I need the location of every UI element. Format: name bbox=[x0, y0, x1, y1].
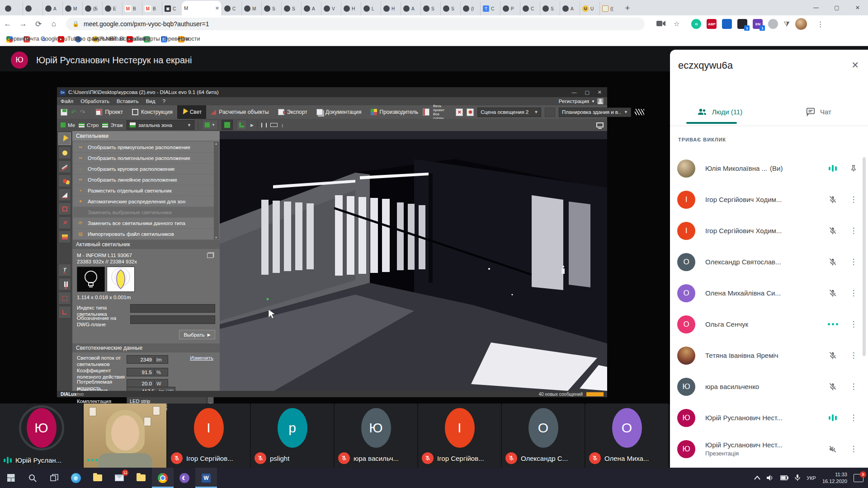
menu-replace-all[interactable]: ⟳Заменить все светильники данного типа bbox=[73, 218, 214, 228]
tab-chat[interactable]: Чат bbox=[769, 101, 868, 122]
browser-tab[interactable]: UU bbox=[580, 2, 599, 15]
menu-view[interactable]: Вид bbox=[146, 99, 156, 104]
bookmark-news[interactable]: ННовости bbox=[178, 36, 184, 42]
menu-poly-arrangement[interactable]: ▪▪Отобразить полигональное расположение bbox=[73, 153, 214, 163]
building-view-button[interactable]: ▼ bbox=[202, 120, 218, 130]
browser-tab[interactable]: А bbox=[401, 2, 420, 15]
video-tile[interactable]: Ю юра васильч... bbox=[335, 404, 417, 468]
taskbar-mail[interactable]: 11 bbox=[108, 468, 130, 488]
browser-tab[interactable]: TС bbox=[480, 2, 500, 15]
delete-scene-icon[interactable]: ✕ bbox=[456, 108, 463, 116]
browser-tab[interactable]: L bbox=[361, 2, 381, 15]
dwg-input[interactable] bbox=[130, 315, 215, 324]
browser-tab[interactable]: MВ bbox=[142, 2, 162, 15]
participant-menu-button[interactable]: ⋮ bbox=[844, 444, 863, 454]
minimize-button[interactable]: — bbox=[806, 0, 826, 15]
terrain-button[interactable]: Ме bbox=[61, 122, 75, 128]
edit-link[interactable]: Изменить bbox=[190, 355, 213, 361]
browser-tab[interactable]: Н bbox=[341, 2, 361, 15]
layers-tool-icon[interactable] bbox=[58, 230, 71, 243]
bookmark-google[interactable]: GGoogle bbox=[41, 36, 47, 42]
browser-tab[interactable]: А bbox=[560, 2, 580, 15]
panel-scrollbar[interactable] bbox=[214, 142, 219, 239]
joint-tool-icon[interactable] bbox=[58, 160, 71, 173]
luminaires-tool-icon[interactable] bbox=[58, 132, 71, 145]
pin-participant-button[interactable] bbox=[844, 164, 863, 173]
bookmark-maps[interactable]: ⦿Карты bbox=[144, 36, 150, 42]
bookmark-services[interactable]: Сервисы bbox=[6, 36, 13, 42]
taskbar-word-active[interactable]: W bbox=[195, 468, 217, 488]
browser-tab[interactable]: (( bbox=[599, 2, 619, 15]
index-input[interactable] bbox=[130, 304, 215, 313]
close-button[interactable]: ✕ bbox=[847, 0, 868, 15]
browser-tab[interactable]: М bbox=[241, 2, 261, 15]
cube-extension-icon[interactable]: 1 bbox=[737, 19, 747, 29]
flux-value[interactable]: 2349lm bbox=[127, 355, 168, 364]
browser-tab[interactable] bbox=[3, 2, 23, 15]
participant-menu-button[interactable]: ⋮ bbox=[844, 195, 863, 204]
zone-dropdown[interactable]: загальна зона▼ bbox=[127, 120, 194, 130]
bookmark-translate[interactable]: ППеревести bbox=[161, 36, 167, 42]
bookmark-youtube[interactable]: ▸YouTube bbox=[58, 36, 64, 42]
video-tile[interactable]: О Олександр С... bbox=[502, 404, 585, 468]
ribbon-tab-documentation[interactable]: Документация bbox=[312, 105, 366, 119]
l-shape-view-button[interactable] bbox=[236, 120, 247, 130]
browser-tab[interactable]: V bbox=[321, 2, 341, 15]
menu-line-arrangement[interactable]: ••Отобразить линейное расположение bbox=[73, 174, 214, 185]
dialux-close-icon[interactable]: ✕ bbox=[598, 89, 602, 95]
region-tool-icon[interactable] bbox=[58, 292, 71, 305]
tree-tool-icon[interactable] bbox=[58, 306, 71, 319]
lamp-tool-icon[interactable] bbox=[58, 146, 71, 159]
video-tile[interactable]: І Ігор Сергійов... bbox=[167, 404, 250, 468]
start-button[interactable] bbox=[0, 468, 22, 488]
colors-tool-icon[interactable] bbox=[58, 174, 71, 187]
daylight-tool-icon[interactable] bbox=[58, 188, 71, 201]
browser-tab[interactable]: S bbox=[540, 2, 560, 15]
volume-icon[interactable] bbox=[767, 475, 774, 481]
taskbar-viber[interactable] bbox=[174, 468, 195, 488]
browser-tab[interactable]: S bbox=[440, 2, 460, 15]
notification-center-icon[interactable]: 9 bbox=[854, 474, 863, 482]
ribbon-tab-calc-objects[interactable]: Расчетные объекты bbox=[206, 105, 273, 119]
new-tab-button[interactable]: + bbox=[621, 2, 634, 14]
participant-menu-button[interactable]: ⋮ bbox=[844, 226, 863, 235]
browser-tab-active-meet[interactable]: M✕ bbox=[182, 1, 222, 15]
video-tile[interactable]: Ю Юрій Руслан... bbox=[0, 404, 83, 468]
room-tool-icon[interactable] bbox=[58, 202, 71, 215]
browser-tab[interactable]: А bbox=[42, 2, 62, 15]
participant-menu-button[interactable]: ⋮ bbox=[844, 413, 863, 422]
tab-close-icon[interactable]: ✕ bbox=[215, 5, 219, 11]
video-tile[interactable]: Ольга Сенчук bbox=[84, 404, 166, 468]
microphone-icon[interactable] bbox=[795, 474, 800, 481]
monitor-icon[interactable] bbox=[596, 122, 604, 127]
video-tile[interactable]: І Ігор Сергійов... bbox=[418, 404, 501, 468]
browser-tab[interactable]: С bbox=[222, 2, 241, 15]
menu-auto-distribution[interactable]: ✦Автоматические распределения для зон bbox=[73, 196, 214, 206]
efficiency-value[interactable]: 91.5% bbox=[127, 368, 168, 376]
bookmark-mail[interactable]: МПочта bbox=[24, 36, 30, 42]
save-icon[interactable] bbox=[61, 109, 67, 116]
menu-help[interactable]: ? bbox=[162, 99, 165, 104]
browser-tab[interactable]: (І bbox=[460, 2, 480, 15]
menu-file[interactable]: Файл bbox=[61, 99, 73, 104]
menu-single-luminaire[interactable]: ▪Разместить отдельный светильник bbox=[73, 185, 214, 196]
text-tool-icon[interactable]: T bbox=[58, 264, 71, 277]
ribbon-tab-manufacturer[interactable]: Производитель bbox=[366, 105, 423, 119]
search-button[interactable] bbox=[22, 468, 43, 488]
bookmark-gmail[interactable]: MGmail bbox=[109, 36, 116, 42]
panel-close-icon[interactable]: ✕ bbox=[851, 60, 859, 70]
taskbar-folder-2[interactable] bbox=[130, 468, 152, 488]
zoom-fit-icon[interactable] bbox=[261, 122, 267, 128]
columns-tool-icon[interactable] bbox=[58, 278, 71, 291]
forward-icon[interactable]: → bbox=[15, 17, 31, 31]
ribbon-tab-light-active[interactable]: Свет bbox=[177, 105, 207, 119]
ribbon-tab-export[interactable]: Экспорт bbox=[274, 105, 312, 119]
menu-insert[interactable]: Вставить bbox=[117, 99, 139, 104]
adblock-extension-icon[interactable]: ABP bbox=[707, 19, 717, 29]
wrench-tool-icon[interactable]: ✕ bbox=[58, 216, 71, 229]
browser-tab[interactable]: ▣С bbox=[162, 2, 182, 15]
browser-tab[interactable]: MВ bbox=[122, 2, 142, 15]
oval-extension-icon[interactable] bbox=[768, 19, 778, 29]
copy-icon[interactable] bbox=[207, 253, 213, 258]
video-tile[interactable]: О Олена Миха... bbox=[585, 404, 668, 468]
